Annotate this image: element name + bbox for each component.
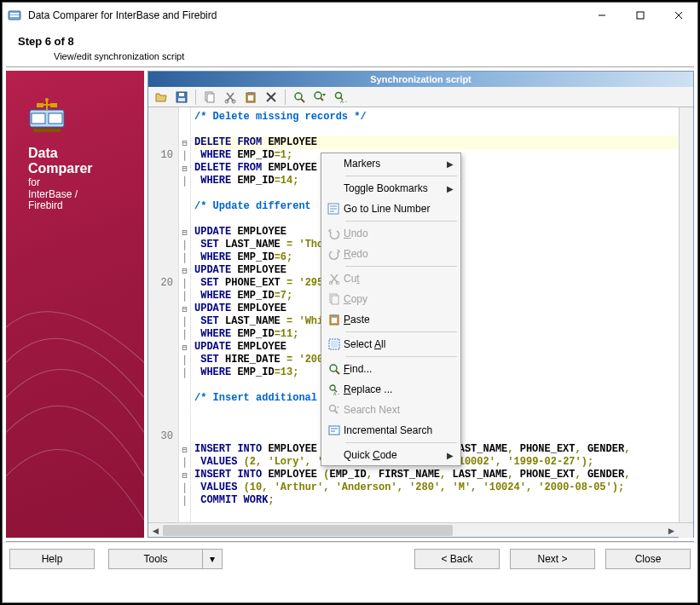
svg-rect-42 [331, 341, 338, 348]
horizontal-scrollbar[interactable] [163, 523, 664, 537]
sidebar: Data Comparer for InterBase / Firebird [6, 71, 144, 538]
context-menu: Markers ▶ Toggle Bookmarks ▶ Go to Line … [321, 153, 461, 466]
line-number: 30 [148, 430, 176, 443]
ctx-label: Copy [344, 293, 454, 305]
ctx-undo[interactable]: Undo [321, 223, 460, 244]
svg-rect-9 [49, 113, 62, 124]
svg-line-27 [301, 99, 304, 102]
line-number: 20 [148, 277, 176, 290]
save-icon[interactable] [172, 89, 191, 106]
ctx-find[interactable]: Find... [321, 359, 460, 379]
copy-icon [325, 293, 344, 305]
ctx-redo[interactable]: Redo [321, 244, 460, 264]
find-icon [325, 363, 344, 375]
ctx-label: Redo [344, 248, 454, 260]
replace-icon[interactable]: A→B [331, 89, 350, 106]
ctx-select-all[interactable]: Select All [321, 334, 460, 354]
vertical-scrollbar[interactable] [679, 107, 693, 522]
fold-gutter: ⊟│ ⊟│ ⊟││ ⊟││ ⊟││ ⊟││ ⊟│ ⊟││ [179, 107, 191, 522]
cut-icon[interactable] [221, 89, 240, 106]
paste-icon[interactable] [241, 89, 260, 106]
close-button[interactable] [659, 3, 697, 28]
app-window: Data Comparer for InterBase and Firebird… [2, 2, 698, 603]
button-label: Help [42, 553, 63, 565]
product-sub-line1: for [28, 176, 40, 188]
svg-rect-13 [33, 129, 61, 132]
copy-icon[interactable] [200, 89, 219, 106]
ctx-label: Replace ... [344, 383, 454, 395]
svg-rect-16 [178, 98, 185, 101]
product-name-line1: Data [28, 146, 144, 161]
help-button[interactable]: Help [9, 549, 95, 569]
line-number: 10 [148, 149, 176, 162]
svg-rect-18 [207, 94, 214, 102]
ctx-replace[interactable]: A→B Replace ... [321, 379, 460, 400]
svg-line-29 [321, 98, 323, 101]
find-next-icon[interactable] [310, 89, 329, 106]
ctx-label: Go to Line Number [344, 203, 454, 215]
find-icon[interactable] [290, 89, 309, 106]
svg-rect-15 [179, 93, 184, 96]
chevron-down-icon: ▾ [210, 553, 215, 565]
step-subtitle: View/edit synchronization script [3, 49, 697, 66]
minimize-button[interactable] [582, 3, 621, 28]
tools-button[interactable]: Tools [108, 549, 202, 569]
button-label: < Back [441, 553, 472, 565]
ctx-paste[interactable]: Paste [321, 309, 460, 330]
svg-rect-4 [637, 12, 644, 19]
svg-rect-2 [10, 15, 19, 17]
svg-point-43 [330, 365, 337, 372]
scroll-right-button[interactable]: ► [664, 523, 679, 538]
line-number-gutter: 10 20 30 [148, 107, 179, 522]
svg-rect-50 [329, 426, 339, 435]
ctx-markers[interactable]: Markers ▶ [321, 153, 460, 174]
close-wizard-button[interactable]: Close [605, 549, 691, 569]
scroll-left-button[interactable]: ◄ [148, 523, 163, 538]
svg-rect-23 [248, 95, 253, 101]
svg-line-49 [334, 410, 338, 413]
svg-line-44 [336, 371, 339, 374]
search-next-icon [325, 404, 344, 416]
cut-icon [325, 273, 344, 285]
tools-dropdown-button[interactable]: ▾ [202, 549, 223, 569]
incremental-search-icon [325, 424, 344, 436]
next-button[interactable]: Next > [510, 549, 595, 569]
replace-icon: A→B [325, 383, 344, 395]
titlebar: Data Comparer for InterBase and Firebird [3, 3, 697, 28]
submenu-arrow-icon: ▶ [447, 451, 454, 460]
maximize-button[interactable] [621, 3, 659, 28]
ctx-quick-code[interactable]: Quick Code ▶ [321, 445, 460, 465]
open-icon[interactable] [152, 89, 171, 106]
button-label: Next > [537, 553, 567, 565]
product-sub-line2: InterBase / [28, 188, 78, 200]
ctx-toggle-bookmarks[interactable]: Toggle Bookmarks ▶ [321, 178, 460, 199]
svg-rect-39 [332, 314, 337, 317]
button-label: Close [635, 553, 662, 565]
back-button[interactable]: < Back [414, 549, 500, 569]
ctx-goto-line[interactable]: Go to Line Number [321, 199, 460, 219]
editor-toolbar: A→B [148, 87, 693, 107]
ctx-label: Find... [344, 363, 454, 375]
product-icon [26, 96, 67, 137]
ctx-search-next[interactable]: Search Next [321, 400, 460, 420]
redo-icon [325, 248, 344, 260]
product-name-line2: Comparer [28, 161, 144, 176]
svg-rect-1 [10, 13, 19, 14]
svg-text:A→B: A→B [333, 391, 340, 395]
app-icon [8, 9, 21, 22]
svg-rect-12 [50, 103, 57, 107]
svg-rect-40 [332, 318, 337, 323]
product-sub-line3: Firebird [28, 199, 63, 211]
undo-icon [325, 228, 344, 239]
ctx-cut[interactable]: Cut [321, 268, 460, 289]
window-title: Data Comparer for InterBase and Firebird [28, 9, 582, 21]
ctx-copy[interactable]: Copy [321, 289, 460, 309]
ctx-incremental-search[interactable]: Incremental Search [321, 420, 460, 441]
panel-title: Synchronization script [148, 72, 693, 87]
footer: Help Tools ▾ < Back Next > Close [3, 542, 697, 574]
ctx-label: Markers [344, 158, 447, 170]
submenu-arrow-icon: ▶ [447, 159, 454, 169]
svg-point-10 [45, 98, 49, 101]
ctx-label: Undo [344, 228, 454, 239]
delete-icon[interactable] [262, 89, 281, 106]
